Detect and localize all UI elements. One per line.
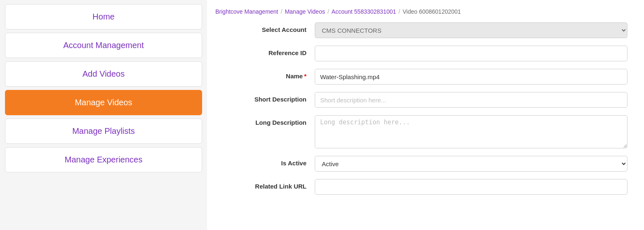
name-input[interactable] — [315, 69, 627, 85]
form-row-select-account: Select Account CMS CONNECTORS — [224, 22, 627, 38]
sidebar-item-home[interactable]: Home — [5, 4, 202, 29]
form-row-reference-id: Reference ID — [224, 46, 627, 61]
breadcrumb-item-video: Video 6008601202001 — [403, 8, 461, 15]
name-label-text: Name — [286, 73, 303, 80]
sidebar-item-manage-playlists[interactable]: Manage Playlists — [5, 119, 202, 144]
breadcrumb-separator-2: / — [328, 8, 329, 15]
form-row-is-active: Is Active ActiveInactive — [224, 156, 627, 172]
is-active-dropdown[interactable]: ActiveInactive — [315, 156, 627, 172]
required-marker: * — [304, 73, 306, 80]
label-is-active: Is Active — [224, 156, 306, 167]
sidebar-item-manage-experiences[interactable]: Manage Experiences — [5, 147, 202, 172]
label-select-account: Select Account — [224, 22, 306, 33]
short-description-input[interactable] — [315, 92, 627, 108]
form-row-related-link-url: Related Link URL — [224, 179, 627, 195]
sidebar-item-account-management[interactable]: Account Management — [5, 33, 202, 58]
breadcrumb-separator-1: / — [281, 8, 282, 15]
sidebar-item-add-videos[interactable]: Add Videos — [5, 61, 202, 87]
select-account-dropdown[interactable]: CMS CONNECTORS — [315, 22, 627, 38]
label-short-description: Short Description — [224, 92, 306, 103]
label-name: Name* — [224, 69, 306, 80]
form-row-short-description: Short Description — [224, 92, 627, 108]
form-row-name: Name* — [224, 69, 627, 85]
sidebar: HomeAccount ManagementAdd VideosManage V… — [0, 0, 207, 230]
label-long-description: Long Description — [224, 115, 306, 126]
related-link-url-input[interactable] — [315, 179, 627, 195]
label-related-link-url: Related Link URL — [224, 179, 306, 190]
form-container: Select Account CMS CONNECTORS Reference … — [215, 22, 636, 195]
breadcrumb-separator-3: / — [398, 8, 400, 15]
reference-id-input[interactable] — [315, 46, 627, 61]
breadcrumb: Brightcove Management/Manage Videos/Acco… — [215, 4, 636, 22]
form-row-long-description: Long Description — [224, 115, 627, 148]
sidebar-item-manage-videos[interactable]: Manage Videos — [5, 90, 202, 115]
label-reference-id: Reference ID — [224, 46, 306, 56]
breadcrumb-item-manage-videos[interactable]: Manage Videos — [285, 8, 325, 15]
breadcrumb-item-brightcove-management[interactable]: Brightcove Management — [215, 8, 278, 15]
breadcrumb-item-account[interactable]: Account 5583302831001 — [332, 8, 396, 15]
long-description-textarea[interactable] — [315, 115, 627, 148]
main-content: Brightcove Management/Manage Videos/Acco… — [207, 0, 644, 230]
